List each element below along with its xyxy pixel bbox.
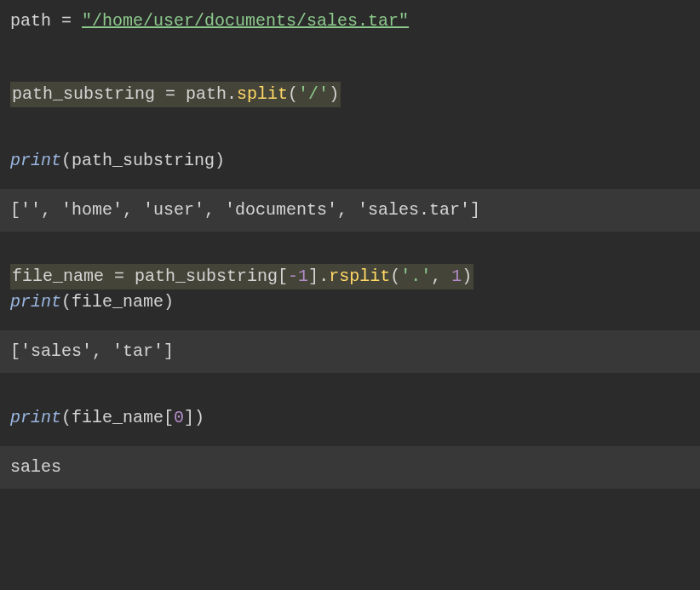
code-token: ( [288, 84, 298, 104]
code-token: path [10, 11, 51, 31]
code-token: ( [61, 408, 72, 427]
code-token: path_substring [135, 266, 278, 286]
code-token: path [186, 84, 227, 104]
code-token: ( [61, 151, 72, 170]
code-token: 0 [174, 408, 184, 427]
code-token: file_name [72, 408, 164, 427]
code-token: [ [278, 266, 288, 286]
code-token: print [10, 408, 61, 427]
code-input-cell[interactable]: file_name = path_substring[-1].rsplit('.… [0, 255, 700, 324]
code-token: ( [61, 292, 72, 312]
code-token: '.' [400, 266, 431, 286]
code-token: file_name [12, 266, 104, 286]
code-token: ( [390, 266, 400, 286]
code-token: -1 [288, 266, 308, 286]
code-token: ) [329, 84, 339, 104]
code-token: path_substring [72, 151, 215, 170]
code-token: rsplit [329, 266, 390, 286]
code-token: = [51, 11, 82, 31]
code-input-cell[interactable]: print(file_name[0]) [0, 397, 700, 439]
code-token: = [155, 84, 186, 104]
code-token: ) [215, 151, 225, 170]
code-output-cell: ['', 'home', 'user', 'documents', 'sales… [0, 189, 700, 232]
code-token: ] [184, 408, 194, 427]
code-token: , [431, 266, 451, 286]
code-token: print [10, 151, 61, 170]
output-text: sales [10, 457, 61, 477]
code-input-cell[interactable]: path_substring = path.split('/') [0, 73, 700, 116]
output-text: ['', 'home', 'user', 'documents', 'sales… [10, 200, 480, 220]
output-text: ['sales', 'tar'] [10, 341, 174, 361]
code-token: print [10, 292, 61, 312]
code-token: ) [164, 292, 174, 312]
code-input-cell[interactable]: path = "/home/user/documents/sales.tar" [0, 0, 700, 43]
code-output-cell: sales [0, 446, 700, 489]
code-token: file_name [72, 292, 164, 312]
code-token: . [227, 84, 237, 104]
code-token: '/' [298, 84, 329, 104]
code-token: ) [462, 266, 472, 286]
code-token: path_substring [12, 84, 155, 104]
code-token: split [237, 84, 288, 104]
highlight-arrow [0, 489, 700, 590]
code-token: "/home/user/documents/sales.tar" [82, 11, 409, 31]
notebook: path = "/home/user/documents/sales.tar"p… [0, 0, 700, 489]
code-token: ) [194, 408, 204, 427]
code-token: = [104, 266, 135, 286]
code-output-cell: ['sales', 'tar'] [0, 330, 700, 373]
code-token: 1 [451, 266, 462, 286]
code-token: . [318, 266, 329, 286]
code-token: [ [164, 408, 174, 427]
code-token: ] [308, 266, 318, 286]
code-input-cell[interactable]: print(path_substring) [0, 140, 700, 182]
